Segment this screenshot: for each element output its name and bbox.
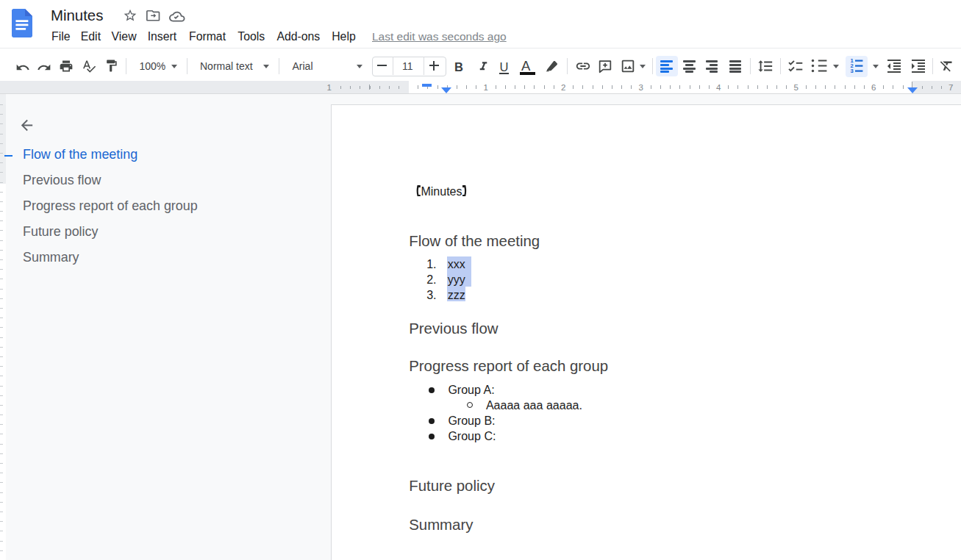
svg-text:3: 3 (850, 68, 853, 74)
